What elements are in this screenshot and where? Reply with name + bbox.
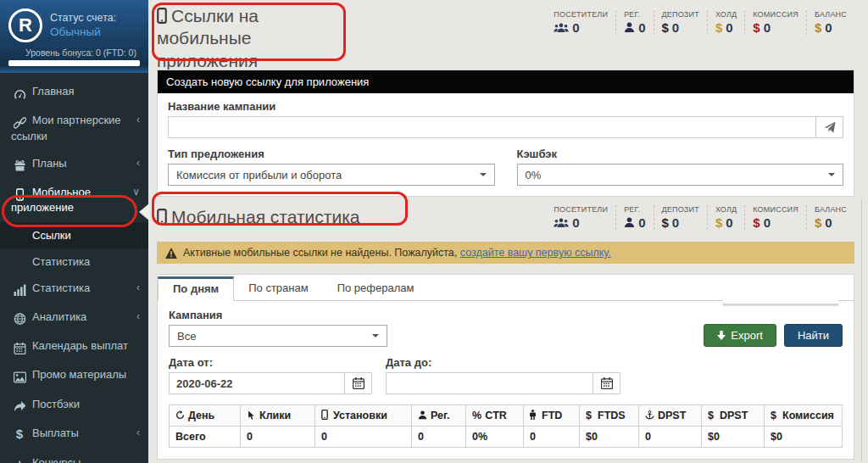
create-link-panel-title: Создать новую ссылку для приложения [158,70,854,93]
col-dpst-count: DPST [639,405,702,427]
date-to-input[interactable] [387,373,593,393]
campaign-name-input[interactable] [169,117,815,137]
sidebar-item-home[interactable]: Главная [0,78,148,107]
sidebar-item-payout-calendar[interactable]: Календарь выплат [0,332,148,361]
dollar-icon: $ [771,410,779,421]
chevron-left-icon: ‹ [136,427,140,439]
date-from-group [169,372,372,394]
stat-hold: ХОЛД$0 [707,205,744,230]
date-to-calendar-button[interactable] [593,373,620,393]
send-button[interactable] [815,117,843,137]
stat-hold: ХОЛД$0 [707,10,744,35]
share-arrow-icon [11,399,28,413]
chevron-left-icon: ‹ [136,157,140,170]
globe-icon [11,312,28,326]
cell-dpst-sum: $0 [702,427,765,448]
campaign-name-label: Название кампании [168,100,843,113]
sidebar-item-payouts[interactable]: $Выплаты‹ [0,420,148,449]
statistics-table: День Клики Установки Рег. %CTR FTD $FTDS… [169,404,843,448]
date-from-calendar-button[interactable] [344,373,371,393]
account-stats-row-2: ПОСЕТИТЕЛИ0 РЕГ.0 ДЕПОЗИТ$0 ХОЛД$0 КОМИС… [546,205,854,230]
download-arrow-icon [717,331,726,340]
date-to-label: Дата до: [386,356,620,369]
gift-icon [11,159,28,172]
gauge-icon [11,86,28,100]
cell-ftd: 0 [524,427,580,448]
date-from-input[interactable] [170,373,344,393]
sidebar-item-mobile-app[interactable]: Мобильное приложение∨ [0,179,148,222]
sidebar-item-partner-links[interactable]: Мои партнерские ссылки‹ [0,107,148,150]
cursor-icon [247,410,256,421]
page-header-statistics: Мобильная статистика ПОСЕТИТЕЛИ0 РЕГ.0 Д… [148,197,868,237]
link-icon [11,115,28,129]
sidebar-item-analytics[interactable]: Аналитика‹ [0,304,148,332]
cashback-label: Кэшбэк [517,148,844,160]
stat-visitors: ПОСЕТИТЕЛИ0 [546,205,615,230]
refresh-icon [175,410,185,421]
tab-by-referrals[interactable]: По рефералам [323,276,429,300]
col-ftds: $FTDS [580,405,639,427]
table-total-row: Всего 0 0 0 0% 0 $0 0 $0 $0 [170,427,843,448]
chevron-left-icon: ‹ [136,310,140,323]
stat-deposit: ДЕПОЗИТ$0 [654,205,707,230]
warning-triangle-icon [165,248,177,259]
col-ftd: FTD [524,405,580,427]
mobile-app-submenu: Ссылки Статистика [0,222,148,275]
sidebar-item-promo-materials[interactable]: Промо материалы [0,361,148,390]
calendar-icon [353,377,364,389]
sidebar-item-statistics[interactable]: Статистика‹ [0,275,148,304]
cell-total-label: Всего [170,427,241,448]
date-from-label: Дата от: [169,356,386,369]
campaign-name-group [168,116,843,138]
statistics-panel: По дням По странам По рефералам Кампания… [157,274,854,460]
sidebar-item-contests[interactable]: ★Конкурсы [0,449,148,463]
horizontal-scrollbar[interactable] [723,287,838,305]
cashback-select[interactable]: 0% [517,164,844,186]
sidebar-item-links[interactable]: Ссылки [0,222,148,248]
mobile-statistics-title: Мобильная статистика [157,206,359,228]
app-root: R Статус счета: Обычный Уровень бонуса: … [0,0,868,463]
cell-dpst-count: 0 [639,427,702,448]
create-first-link-link[interactable]: создайте вашу первую ссылку. [460,247,611,259]
export-button[interactable]: Export [704,324,776,347]
sidebar-item-plans[interactable]: Планы‹ [0,150,148,179]
sidebar-item-postbacks[interactable]: Постбэки [0,391,148,420]
user-icon [418,410,427,421]
bonus-level-label: Уровень бонуса: 0 (FTD: 0) [7,47,142,58]
paper-plane-icon [824,121,836,133]
caret-down-icon [828,173,835,176]
anchor-icon [645,410,654,421]
cell-commission: $0 [765,427,843,448]
percent-icon: % [472,410,481,421]
mobile-icon [11,187,28,201]
mobile-icon [157,5,167,27]
sidebar-item-mobile-statistics[interactable]: Статистика [0,248,148,275]
offer-type-select[interactable]: Комиссия от прибыли и оборота [168,164,495,186]
vertical-scrollbar[interactable] [861,200,862,461]
stat-registrations: РЕГ.0 [615,205,653,230]
offer-type-label: Тип предложения [168,148,495,160]
image-icon [11,370,28,383]
sidebar: R Статус счета: Обычный Уровень бонуса: … [0,0,148,463]
col-ctr: %CTR [466,405,524,427]
main-content: Ссылки на мобильные приложения ПОСЕТИТЕЛ… [148,0,868,463]
col-dpst-sum: $DPST [702,405,765,427]
alert-text: Активные мобильные ссылки не найдены. По… [183,247,457,259]
cell-ftds: $0 [580,427,639,448]
bonus-progress-bar [8,60,140,66]
calendar-icon [601,377,613,389]
create-link-panel: Создать новую ссылку для приложения Назв… [157,70,854,197]
account-status-value: Обычный [50,25,116,40]
search-button[interactable]: Найти [784,324,843,347]
dollar-icon: $ [11,427,28,443]
mobile-icon [321,410,330,421]
campaign-select[interactable]: Все [169,325,387,347]
active-menu-arrow [139,204,149,220]
tab-by-countries[interactable]: По странам [234,276,322,300]
caret-down-icon [480,173,487,176]
stat-commission: КОМИССИЯ$0 [744,205,806,230]
stat-visitors: ПОСЕТИТЕЛИ0 [546,10,615,35]
tab-by-days[interactable]: По дням [158,276,234,301]
col-installs: Установки [315,405,412,427]
cell-installs: 0 [315,427,412,448]
